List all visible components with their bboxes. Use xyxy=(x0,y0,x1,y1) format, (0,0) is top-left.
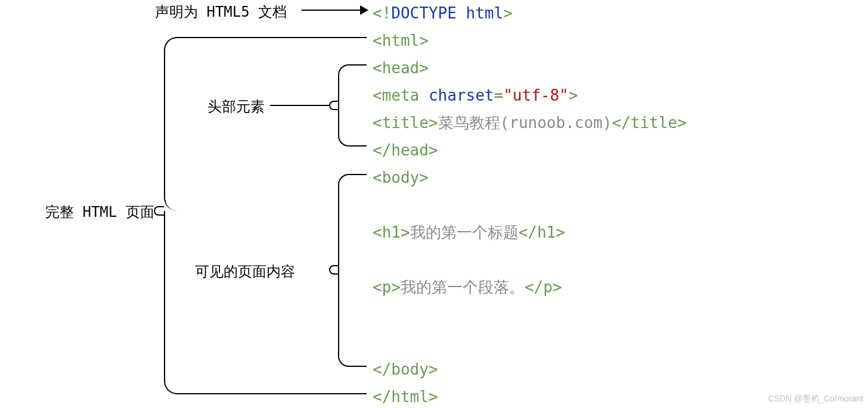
meta-val: "utf-8" xyxy=(503,86,569,105)
code-line-h1: <h1>我的第一个标题</h1> xyxy=(373,219,687,247)
doctype-close: > xyxy=(503,4,513,23)
meta-open: < xyxy=(373,86,382,105)
head-open-tag: <head> xyxy=(373,59,429,77)
p-text: 我的第一个段落。 xyxy=(401,278,525,297)
meta-eq: = xyxy=(494,86,504,105)
html-open-tag: <html> xyxy=(373,32,429,50)
h1-text: 我的第一个标题 xyxy=(410,223,519,242)
body-close-tag: </body> xyxy=(373,360,438,379)
code-line-meta: <meta charset="utf-8"> xyxy=(373,82,687,110)
code-line-body-close: </body> xyxy=(373,356,687,384)
bracket-html-nib xyxy=(154,206,164,216)
doctype-html: html xyxy=(466,4,504,23)
code-line-blank1 xyxy=(373,192,687,219)
h1-close-tag: </h1> xyxy=(519,223,565,242)
code-line-blank2 xyxy=(373,247,687,274)
code-line-html-close: </html> xyxy=(373,384,687,408)
bracket-body-nib xyxy=(329,265,338,275)
doctype-keyword: DOCTYPE xyxy=(391,4,457,23)
head-close-tag: </head> xyxy=(373,141,438,160)
bracket-body-top xyxy=(338,174,367,270)
doctype-space xyxy=(457,4,466,23)
code-line-blank3 xyxy=(373,301,687,329)
annotation-full-page: 完整 HTML 页面 xyxy=(45,203,154,222)
doctype-open: <! xyxy=(373,4,391,23)
bracket-head-nib xyxy=(329,101,338,110)
bracket-html-bottom xyxy=(164,211,367,394)
title-text: 菜鸟教程(runoob.com) xyxy=(438,114,612,132)
meta-close: > xyxy=(569,86,578,105)
bracket-head-bottom xyxy=(338,105,367,147)
code-line-head-close: </head> xyxy=(373,137,687,164)
code-line-body-open: <body> xyxy=(373,164,687,192)
code-line-html-open: <html> xyxy=(373,27,687,55)
p-open-tag: <p> xyxy=(373,278,401,297)
p-close-tag: </p> xyxy=(525,278,562,297)
code-line-p: <p>我的第一个段落。</p> xyxy=(373,274,687,301)
h1-open-tag: <h1> xyxy=(373,223,410,242)
code-line-blank4 xyxy=(373,329,687,356)
annotation-doctype: 声明为 HTML5 文档 xyxy=(155,2,287,21)
watermark: CSDN @墨鸦_Cormorant xyxy=(768,394,863,404)
arrow-doctype xyxy=(302,10,367,11)
bracket-head-top xyxy=(338,64,367,105)
code-line-doctype: <!DOCTYPE html> xyxy=(373,0,687,27)
body-open-tag: <body> xyxy=(373,169,429,187)
bracket-html-top xyxy=(164,37,367,211)
bracket-body-bottom xyxy=(338,270,367,367)
title-close-tag: </title> xyxy=(612,114,686,132)
title-open-tag: <title> xyxy=(373,114,438,132)
code-block: <!DOCTYPE html> <html> <head> <meta char… xyxy=(373,0,687,408)
meta-tag: meta xyxy=(382,86,420,105)
code-line-title: <title>菜鸟教程(runoob.com)</title> xyxy=(373,110,687,137)
meta-attr: charset xyxy=(429,86,494,105)
code-line-head-open: <head> xyxy=(373,55,687,82)
meta-space xyxy=(419,86,429,105)
html-close-tag: </html> xyxy=(373,388,438,406)
